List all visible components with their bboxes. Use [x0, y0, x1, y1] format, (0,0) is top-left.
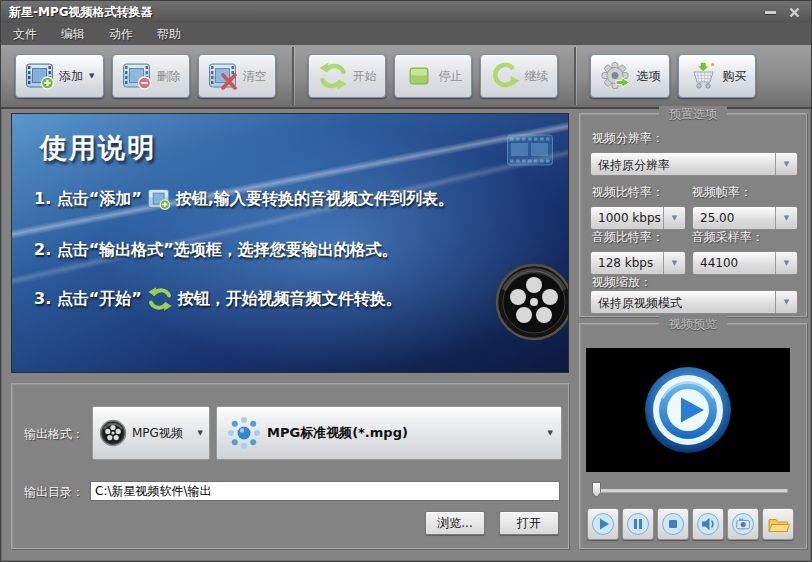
stop-playback-button[interactable] — [657, 508, 689, 540]
menu-file[interactable]: 文件 — [1, 26, 49, 43]
select-arrow-button[interactable]: ▼ — [775, 153, 797, 175]
sample-rate-select[interactable]: 44100 ▼ — [692, 251, 798, 275]
play-button[interactable] — [587, 508, 619, 540]
dropdown-arrow-icon: ▼ — [784, 298, 789, 306]
snapshot-icon — [730, 511, 756, 537]
titlebar: 新星-MPG视频格式转换器 — [1, 1, 811, 23]
sample-rate-label: 音频采样率： — [692, 229, 764, 246]
step2-text: 2. 点击“输出格式”选项框，选择您要输出的格式。 — [34, 240, 398, 261]
menubar: 文件 编辑 动作 帮助 — [1, 23, 811, 46]
add-button-label: 添加 — [59, 68, 83, 85]
film-add-icon — [147, 188, 171, 210]
output-dir-label: 输出目录： — [24, 484, 84, 501]
film-reel-graphic — [494, 262, 569, 342]
select-arrow-button[interactable]: ▼ — [663, 252, 685, 274]
open-folder-button[interactable] — [762, 508, 794, 540]
cart-icon — [688, 61, 718, 91]
video-bitrate-select[interactable]: 1000 kbps ▼ — [590, 206, 686, 230]
resolution-select[interactable]: 保持原分辨率 ▼ — [590, 152, 798, 176]
browse-button[interactable]: 浏览... — [425, 511, 485, 535]
resume-button-label: 继续 — [524, 68, 548, 85]
film-clear-icon — [208, 62, 238, 90]
window-controls — [761, 4, 803, 20]
delete-button[interactable]: 删除 — [112, 54, 190, 98]
options-button[interactable]: 选项 — [590, 54, 670, 98]
step1-text-pre: 1. 点击“添加” — [34, 189, 142, 210]
start-button[interactable]: 开始 — [308, 54, 386, 98]
presets-groupbox: 预置选项 视频分辨率： 保持原分辨率 ▼ 视频比特率： 视频帧率： 1000 k… — [579, 113, 807, 317]
slider-track — [596, 488, 788, 492]
stop-icon — [404, 61, 434, 91]
select-arrow-button[interactable]: ▼ — [663, 207, 685, 229]
frame-rate-label: 视频帧率： — [692, 184, 752, 201]
step3-text-post: 按钮，开始视频音频文件转换。 — [178, 289, 402, 310]
media-player-logo-icon — [642, 364, 734, 456]
window-title: 新星-MPG视频格式转换器 — [9, 4, 153, 21]
instruction-step-3: 3. 点击“开始” 按钮，开始视频音频文件转换。 — [34, 286, 402, 312]
mpg-reel-icon — [99, 419, 127, 447]
folder-icon — [765, 511, 791, 537]
menu-action[interactable]: 动作 — [97, 26, 145, 43]
clear-button[interactable]: 清空 — [198, 54, 276, 98]
output-format-label: 输出格式： — [24, 426, 84, 443]
minimize-button[interactable] — [761, 4, 779, 20]
buy-button-label: 购买 — [722, 68, 746, 85]
select-arrow-button[interactable]: ▼ — [775, 291, 797, 313]
toolbar-separator — [574, 47, 576, 105]
gear-icon — [600, 61, 632, 91]
seek-slider[interactable] — [590, 482, 790, 498]
instruction-step-2: 2. 点击“输出格式”选项框，选择您要输出的格式。 — [34, 240, 398, 261]
add-button[interactable]: 添加 ▼ — [15, 54, 104, 98]
select-arrow-button[interactable]: ▼ — [775, 252, 797, 274]
pause-button[interactable] — [622, 508, 654, 540]
format-type-dropdown[interactable]: MPG视频 ▼ — [92, 406, 210, 460]
volume-icon — [695, 511, 721, 537]
frame-rate-select[interactable]: 25.00 ▼ — [692, 206, 798, 230]
resolution-label: 视频分辨率： — [592, 130, 664, 147]
volume-button[interactable] — [692, 508, 724, 540]
stop-button[interactable]: 停止 — [394, 54, 472, 98]
stop-button-label: 停止 — [438, 68, 462, 85]
audio-bitrate-value: 128 kbps — [598, 256, 653, 270]
resume-icon — [490, 61, 520, 91]
resume-button[interactable]: 继续 — [480, 54, 558, 98]
sample-rate-value: 44100 — [700, 256, 738, 270]
menu-edit[interactable]: 编辑 — [49, 26, 97, 43]
dropdown-arrow-icon: ▼ — [784, 259, 789, 267]
audio-bitrate-select[interactable]: 128 kbps ▼ — [590, 251, 686, 275]
app-window: 新星-MPG视频格式转换器 文件 编辑 动作 帮助 — [0, 0, 812, 562]
dropdown-arrow-icon: ▼ — [672, 259, 677, 267]
minimize-icon — [765, 11, 776, 14]
output-groupbox: 输出格式： MPG视频 ▼ — [11, 383, 569, 549]
dropdown-arrow-icon: ▼ — [548, 429, 553, 437]
close-button[interactable] — [785, 4, 803, 20]
slider-thumb[interactable] — [592, 482, 601, 497]
buy-button[interactable]: 购买 — [678, 54, 756, 98]
dropdown-arrow-icon: ▼ — [784, 214, 789, 222]
format-profile-value: MPG标准视频(*.mpg) — [267, 424, 408, 442]
add-dropdown-caret-icon: ▼ — [89, 72, 94, 80]
format-profile-dropdown[interactable]: MPG标准视频(*.mpg) ▼ — [216, 406, 562, 460]
video-scale-value: 保持原视频模式 — [598, 295, 682, 312]
video-scale-label: 视频缩放： — [592, 274, 652, 291]
stop-playback-icon — [660, 511, 686, 537]
options-button-label: 选项 — [636, 68, 660, 85]
snapshot-button[interactable] — [727, 508, 759, 540]
resolution-value: 保持原分辨率 — [598, 157, 670, 174]
open-button[interactable]: 打开 — [499, 511, 559, 535]
instructions-panel: 使用说明 1. 点击“添加” 按钮,输入要转换的音视频文件到列表。 2. 点击“… — [11, 113, 569, 373]
video-scale-select[interactable]: 保持原视频模式 ▼ — [590, 290, 798, 314]
preview-title: 视频预览 — [659, 316, 727, 333]
instruction-step-1: 1. 点击“添加” 按钮,输入要转换的音视频文件到列表。 — [34, 188, 454, 210]
instructions-title: 使用说明 — [40, 130, 156, 166]
pause-icon — [625, 511, 651, 537]
start-icon — [318, 61, 348, 91]
film-remove-icon — [122, 62, 152, 90]
menu-help[interactable]: 帮助 — [145, 26, 193, 43]
filmstrip-watermark-icon — [506, 132, 554, 168]
select-arrow-button[interactable]: ▼ — [775, 207, 797, 229]
delete-button-label: 删除 — [156, 68, 180, 85]
output-dir-input[interactable] — [90, 481, 560, 501]
clear-button-label: 清空 — [242, 68, 266, 85]
close-icon — [789, 7, 800, 18]
